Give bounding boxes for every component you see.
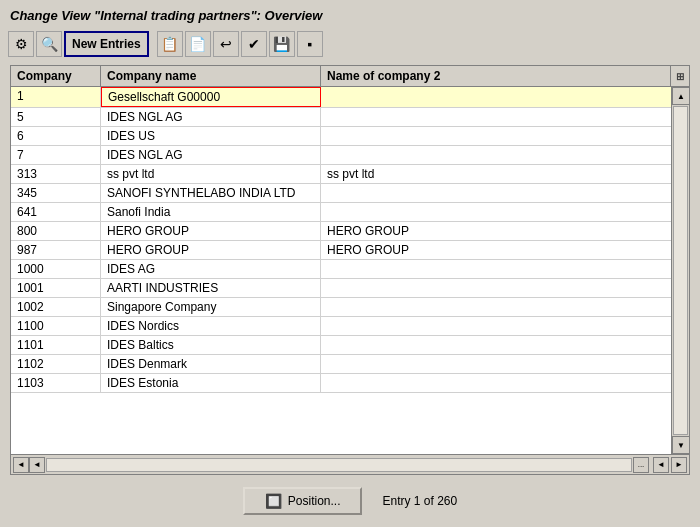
toolbar: ⚙ 🔍 New Entries 📋 📄 ↩ ✔ 💾 ▪ [4,29,696,61]
cell-company: 1103 [11,374,101,392]
cell-company-name: AARTI INDUSTRIES [101,279,321,297]
cell-company-name: HERO GROUP [101,241,321,259]
nav-left-button[interactable]: ◄ [653,457,669,473]
cell-name2: HERO GROUP [321,241,671,259]
table-row[interactable]: 1100 IDES Nordics [11,317,671,336]
cell-name2 [321,279,671,297]
table-row[interactable]: 1000 IDES AG [11,260,671,279]
position-label: Position... [288,494,341,508]
table-row[interactable]: 1101 IDES Baltics [11,336,671,355]
new-entries-button[interactable]: New Entries [64,31,149,57]
title-bar: Change View "Internal trading partners":… [4,4,696,29]
cell-company-name: IDES US [101,127,321,145]
cell-company: 1100 [11,317,101,335]
cell-company-name: IDES AG [101,260,321,278]
entry-info: Entry 1 of 260 [382,494,457,508]
window-title: Change View "Internal trading partners":… [10,8,322,23]
horizontal-scrollbar[interactable]: ◄ ◄ ... [11,456,651,474]
scroll-left-first-button[interactable]: ◄ [13,457,29,473]
cell-company: 1002 [11,298,101,316]
extra-icon: ▪ [307,36,312,52]
cell-name2 [321,298,671,316]
cell-company-name: IDES Estonia [101,374,321,392]
cell-company: 1101 [11,336,101,354]
table-row[interactable]: 1103 IDES Estonia [11,374,671,393]
table-row[interactable]: 6 IDES US [11,127,671,146]
cell-name2 [321,374,671,392]
cell-company: 987 [11,241,101,259]
header-company: Company [11,66,101,86]
footer: 🔲 Position... Entry 1 of 260 [4,479,696,523]
cell-company: 1 [11,87,101,107]
find-button[interactable]: 🔍 [36,31,62,57]
cell-name2 [321,260,671,278]
cell-company: 641 [11,203,101,221]
cell-name2 [321,184,671,202]
undo-button[interactable]: ↩ [213,31,239,57]
scrollbar-track[interactable] [673,106,688,435]
cell-company: 1001 [11,279,101,297]
table-row[interactable]: 7 IDES NGL AG [11,146,671,165]
table-row[interactable]: 1102 IDES Denmark [11,355,671,374]
cell-company: 1102 [11,355,101,373]
settings-button[interactable]: ⚙ [8,31,34,57]
header-company-name: Company name [101,66,321,86]
cell-name2 [321,146,671,164]
clipboard-icon: 📄 [189,36,206,52]
check-button[interactable]: ✔ [241,31,267,57]
cell-company-name: Sanofi India [101,203,321,221]
cell-company-name: IDES NGL AG [101,146,321,164]
cell-company: 345 [11,184,101,202]
scroll-up-button[interactable]: ▲ [672,87,689,105]
save-button[interactable]: 💾 [269,31,295,57]
nav-right-button[interactable]: ► [671,457,687,473]
cell-name2 [321,108,671,126]
clipboard-button[interactable]: 📄 [185,31,211,57]
column-resize-icon[interactable]: ⊞ [671,66,689,86]
cell-company-name: HERO GROUP [101,222,321,240]
cell-name2 [321,87,671,107]
find-icon: 🔍 [41,36,58,52]
undo-icon: ↩ [220,36,232,52]
settings-icon: ⚙ [15,36,28,52]
scroll-left-button[interactable]: ◄ [29,457,45,473]
check-icon: ✔ [248,36,260,52]
table-row[interactable]: 987 HERO GROUP HERO GROUP [11,241,671,260]
table-row[interactable]: 1002 Singapore Company [11,298,671,317]
cell-company: 313 [11,165,101,183]
cell-company-name[interactable]: Gesellschaft G00000 [101,87,321,107]
table-rows: 1 Gesellschaft G00000 5 IDES NGL AG 6 ID… [11,87,671,454]
table-row[interactable]: 313 ss pvt ltd ss pvt ltd [11,165,671,184]
table-row[interactable]: 1001 AARTI INDUSTRIES [11,279,671,298]
header-name2: Name of company 2 [321,66,671,86]
cell-company-name: ss pvt ltd [101,165,321,183]
cell-name2: ss pvt ltd [321,165,671,183]
table-body: 1 Gesellschaft G00000 5 IDES NGL AG 6 ID… [11,87,689,454]
table-row[interactable]: 641 Sanofi India [11,203,671,222]
cell-company-name: IDES NGL AG [101,108,321,126]
cell-name2 [321,355,671,373]
table-row[interactable]: 1 Gesellschaft G00000 [11,87,671,108]
extra-button[interactable]: ▪ [297,31,323,57]
cell-company-name: IDES Nordics [101,317,321,335]
scroll-down-button[interactable]: ▼ [672,436,689,454]
cell-name2: HERO GROUP [321,222,671,240]
table-row[interactable]: 345 SANOFI SYNTHELABO INDIA LTD [11,184,671,203]
hscroll-track[interactable] [46,458,632,472]
copy-button[interactable]: 📋 [157,31,183,57]
content-area: Company Company name Name of company 2 ⊞… [4,61,696,479]
cell-company: 1000 [11,260,101,278]
table-row[interactable]: 800 HERO GROUP HERO GROUP [11,222,671,241]
new-entries-label: New Entries [72,37,141,51]
main-window: Change View "Internal trading partners":… [0,0,700,527]
data-table: Company Company name Name of company 2 ⊞… [10,65,690,475]
vertical-scrollbar[interactable]: ▲ ▼ [671,87,689,454]
table-row[interactable]: 5 IDES NGL AG [11,108,671,127]
cell-company-name: SANOFI SYNTHELABO INDIA LTD [101,184,321,202]
position-button[interactable]: 🔲 Position... [243,487,363,515]
copy-icon: 📋 [161,36,178,52]
scroll-right-button[interactable]: ... [633,457,649,473]
cell-name2 [321,203,671,221]
table-bottom: ◄ ◄ ... ◄ ► [11,454,689,474]
cell-company-name: Singapore Company [101,298,321,316]
